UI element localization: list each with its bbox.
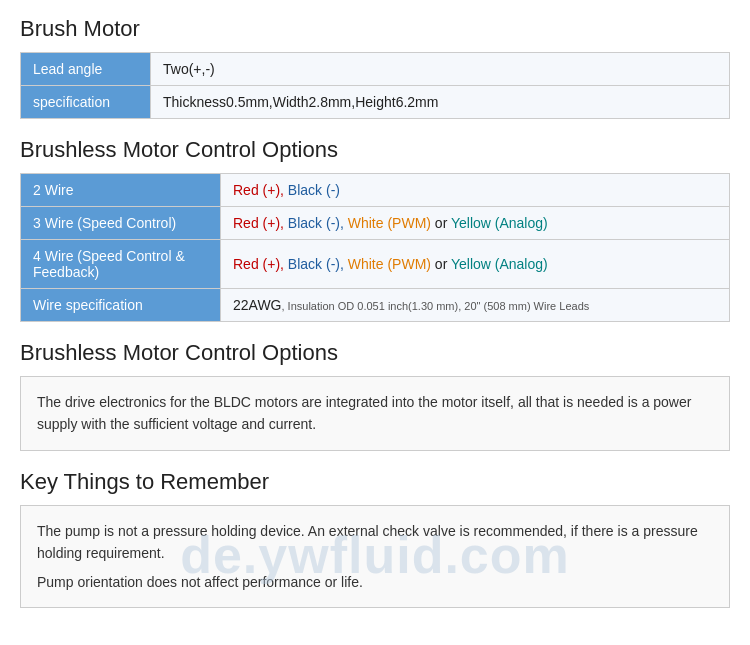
brushless-description-box: The drive electronics for the BLDC motor… (20, 376, 730, 451)
table-row: Lead angle Two(+,-) (21, 53, 730, 86)
wire-spec-label: Wire specification (21, 289, 221, 322)
3wire-value: Red (+), Black (-), White (PWM) or Yello… (221, 207, 730, 240)
2wire-value: Red (+), Black (-) (221, 174, 730, 207)
key-things-box: The pump is not a pressure holding devic… (20, 505, 730, 608)
brushless-description-text: The drive electronics for the BLDC motor… (37, 394, 691, 432)
lead-angle-value: Two(+,-) (151, 53, 730, 86)
brush-motor-title: Brush Motor (20, 16, 730, 42)
black-text: Black (-) (288, 182, 340, 198)
brushless-options-1-title: Brushless Motor Control Options (20, 137, 730, 163)
yellow-text-4: Yellow (Analog) (451, 256, 548, 272)
red-text-3: Red (+), (233, 215, 288, 231)
red-text: Red (+), (233, 182, 288, 198)
key-things-title: Key Things to Remember (20, 469, 730, 495)
table-row: Wire specification 22AWG, Insulation OD … (21, 289, 730, 322)
specification-value: Thickness0.5mm,Width2.8mm,Height6.2mm (151, 86, 730, 119)
wire-spec-value: 22AWG, Insulation OD 0.051 inch(1.30 mm)… (221, 289, 730, 322)
lead-angle-label: Lead angle (21, 53, 151, 86)
awg-text: 22AWG (233, 297, 282, 313)
page-content: Brush Motor Lead angle Two(+,-) specific… (0, 0, 750, 642)
table-row: 2 Wire Red (+), Black (-) (21, 174, 730, 207)
key-things-line-1: The pump is not a pressure holding devic… (37, 520, 713, 565)
2wire-label: 2 Wire (21, 174, 221, 207)
table-row: 4 Wire (Speed Control & Feedback) Red (+… (21, 240, 730, 289)
specification-label: specification (21, 86, 151, 119)
3wire-label: 3 Wire (Speed Control) (21, 207, 221, 240)
black-text-3: Black (-), (288, 215, 348, 231)
black-text-4: Black (-), (288, 256, 348, 272)
white-text-4: White (PWM) (348, 256, 431, 272)
brushless-options-table-1: 2 Wire Red (+), Black (-) 3 Wire (Speed … (20, 173, 730, 322)
4wire-value: Red (+), Black (-), White (PWM) or Yello… (221, 240, 730, 289)
or-text-4: or (431, 256, 451, 272)
brush-motor-table: Lead angle Two(+,-) specification Thickn… (20, 52, 730, 119)
white-text-3: White (PWM) (348, 215, 431, 231)
table-row: specification Thickness0.5mm,Width2.8mm,… (21, 86, 730, 119)
4wire-label: 4 Wire (Speed Control & Feedback) (21, 240, 221, 289)
red-text-4: Red (+), (233, 256, 288, 272)
key-things-line-2: Pump orientation does not affect perform… (37, 571, 713, 593)
wire-detail-text: , Insulation OD 0.051 inch(1.30 mm), 20"… (282, 300, 590, 312)
yellow-text-3: Yellow (Analog) (451, 215, 548, 231)
table-row: 3 Wire (Speed Control) Red (+), Black (-… (21, 207, 730, 240)
or-text-3: or (431, 215, 451, 231)
brushless-options-2-title: Brushless Motor Control Options (20, 340, 730, 366)
